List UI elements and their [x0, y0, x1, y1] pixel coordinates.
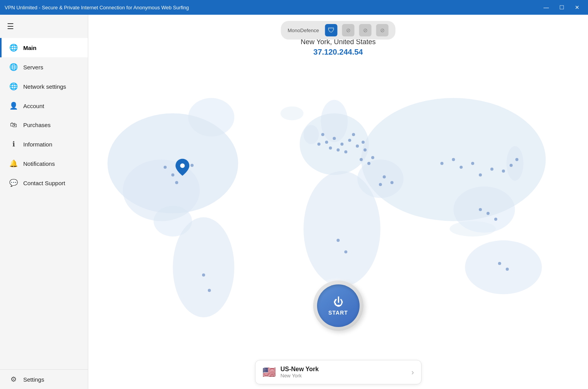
sidebar-item-account[interactable]: 👤 Account	[0, 96, 88, 115]
svg-point-24	[352, 133, 355, 136]
app-container: ☰ 🌐 Main 🌐 Servers 🌐 Network settings 👤 …	[0, 15, 588, 389]
sidebar-item-contact-support[interactable]: 💬 Contact Support	[0, 173, 88, 193]
svg-point-16	[325, 141, 328, 144]
svg-point-36	[452, 158, 455, 161]
svg-point-18	[340, 143, 343, 146]
purchases-bag-icon: 🛍	[9, 121, 18, 129]
sidebar-item-label-support: Contact Support	[23, 180, 65, 186]
svg-point-50	[171, 174, 175, 177]
svg-point-53	[175, 181, 178, 184]
world-map	[88, 15, 588, 389]
svg-point-43	[515, 158, 518, 161]
sidebar-item-purchases[interactable]: 🛍 Purchases	[0, 115, 88, 134]
svg-point-15	[321, 100, 348, 142]
svg-point-56	[202, 274, 205, 277]
svg-point-55	[344, 250, 347, 253]
sidebar-bottom: ⚙ Settings	[0, 369, 88, 389]
svg-point-19	[337, 148, 340, 151]
country-flag-icon: 🇺🇸	[262, 366, 276, 379]
sidebar-item-notifications[interactable]: 🔔 Notifications	[0, 154, 88, 173]
svg-point-58	[180, 164, 185, 168]
sidebar-item-label-information: Information	[23, 141, 52, 148]
svg-point-59	[181, 168, 183, 170]
titlebar: VPN Unlimited - Secure & Private Interne…	[0, 0, 588, 15]
svg-point-11	[506, 146, 523, 181]
svg-point-17	[333, 137, 336, 140]
bell-icon: 🔔	[9, 159, 18, 168]
sidebar-item-label-purchases: Purchases	[23, 122, 51, 128]
sidebar-item-information[interactable]: ℹ Information	[0, 134, 88, 154]
sidebar-nav: 🌐 Main 🌐 Servers 🌐 Network settings 👤 Ac…	[0, 38, 88, 193]
server-info: US-New York New York	[281, 366, 407, 379]
sidebar: ☰ 🌐 Main 🌐 Servers 🌐 Network settings 👤 …	[0, 15, 88, 389]
sidebar-item-label-notifications: Notifications	[23, 160, 55, 167]
server-name: US-New York	[281, 366, 407, 373]
chevron-right-icon: ›	[411, 368, 414, 377]
start-button[interactable]: ⏻ START	[317, 284, 360, 327]
svg-point-46	[494, 218, 497, 221]
svg-point-23	[344, 150, 347, 153]
svg-point-40	[490, 168, 494, 171]
svg-point-57	[208, 289, 211, 292]
svg-point-54	[337, 239, 340, 242]
svg-point-6	[303, 125, 319, 144]
sidebar-item-label-network: Network settings	[23, 83, 66, 90]
svg-point-48	[506, 268, 509, 271]
svg-point-38	[471, 162, 474, 165]
map-ip-address: 37.120.244.54	[300, 48, 375, 57]
svg-point-37	[459, 166, 463, 169]
info-icon: ℹ	[9, 140, 18, 148]
monodefence-lock1-icon[interactable]: ⊘	[342, 24, 355, 36]
svg-point-34	[379, 183, 382, 186]
close-button[interactable]: ✕	[571, 3, 583, 12]
sidebar-item-label-account: Account	[23, 103, 44, 109]
sidebar-item-main[interactable]: 🌐 Main	[0, 38, 88, 57]
svg-point-20	[329, 146, 332, 150]
minimize-button[interactable]: —	[540, 3, 552, 12]
svg-point-35	[441, 162, 444, 165]
svg-point-44	[479, 208, 482, 211]
sidebar-item-servers[interactable]: 🌐 Servers	[0, 57, 88, 77]
account-person-icon: 👤	[9, 102, 18, 110]
monodefence-vpn-icon[interactable]: 🛡	[325, 24, 338, 36]
sidebar-item-label-main: Main	[23, 45, 36, 51]
server-selector[interactable]: 🇺🇸 US-New York New York ›	[255, 360, 422, 384]
window-controls: — ☐ ✕	[540, 3, 583, 12]
svg-point-21	[348, 139, 351, 142]
settings-gear-icon: ⚙	[9, 375, 18, 384]
sidebar-item-label-servers: Servers	[23, 64, 43, 71]
svg-point-4	[173, 217, 234, 317]
svg-point-12	[465, 240, 542, 294]
svg-point-29	[360, 158, 363, 161]
hamburger-menu-button[interactable]: ☰	[0, 15, 88, 38]
svg-point-33	[391, 181, 394, 184]
map-area: New York, United States 37.120.244.54	[88, 15, 588, 389]
svg-point-42	[509, 164, 513, 167]
svg-point-22	[356, 145, 359, 148]
power-button-wrapper: ⏻ START	[313, 281, 363, 331]
svg-point-14	[281, 107, 304, 120]
maximize-button[interactable]: ☐	[555, 3, 568, 12]
svg-point-41	[502, 170, 505, 173]
monodefence-lock2-icon[interactable]: ⊘	[359, 24, 372, 36]
svg-point-13	[449, 221, 495, 237]
sidebar-item-network-settings[interactable]: 🌐 Network settings	[0, 77, 88, 96]
monodefence-lock3-icon[interactable]: ⊘	[376, 24, 389, 36]
support-headset-icon: 💬	[9, 179, 18, 187]
server-sub: New York	[281, 373, 407, 379]
svg-point-2	[188, 98, 234, 136]
svg-point-28	[363, 148, 367, 151]
svg-point-25	[321, 133, 324, 136]
svg-point-30	[367, 162, 370, 165]
svg-point-47	[498, 262, 501, 265]
power-button-outer: ⏻ START	[313, 281, 363, 331]
svg-point-39	[479, 174, 482, 177]
globe-icon: 🌐	[9, 43, 18, 52]
main-content: MonoDefence 🛡 ⊘ ⊘ ⊘ New York, United Sta…	[88, 15, 588, 389]
monodefence-label: MonoDefence	[288, 28, 319, 33]
svg-point-52	[190, 164, 194, 167]
network-globe-icon: 🌐	[9, 82, 18, 91]
svg-point-32	[383, 175, 386, 178]
monodefence-bar: MonoDefence 🛡 ⊘ ⊘ ⊘	[281, 21, 396, 40]
sidebar-item-settings[interactable]: ⚙ Settings	[0, 370, 88, 389]
